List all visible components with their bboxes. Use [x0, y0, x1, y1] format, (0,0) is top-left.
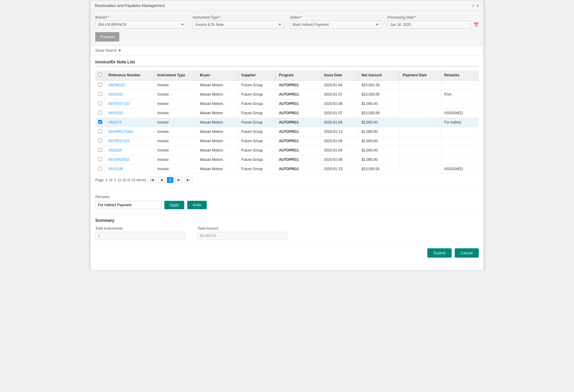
row-checkbox-cell [95, 80, 105, 90]
row-ref: AN106A [105, 146, 154, 155]
ref-link[interactable]: INVS103 [108, 111, 123, 115]
remarks-input[interactable] [95, 201, 161, 209]
branch-select[interactable]: 004-LM BRANCH [95, 21, 187, 29]
row-checkbox[interactable] [98, 129, 102, 133]
row-issue-date: 2020-01-04 [321, 80, 358, 90]
row-type: Invoice [154, 118, 197, 127]
row-buyer: Wasan Motors [197, 146, 238, 155]
row-supplier: Future Group [238, 146, 276, 155]
row-checkbox[interactable] [98, 148, 102, 152]
prev-page-button[interactable]: ◀ [158, 177, 165, 183]
pagination: Page 1 of 1 (1-10 of 10 items) |◀ ◀ 1 ▶ … [95, 174, 479, 186]
row-payment-date [400, 164, 441, 174]
table-body: ANPM102 Invoice Wasan Motors Future Grou… [95, 80, 479, 174]
table-section-title: Invoice/Dr Note List [95, 60, 479, 67]
last-page-button[interactable]: ▶| [184, 177, 192, 183]
row-ref: INVAPR270401 [105, 127, 154, 136]
row-checkbox[interactable] [98, 111, 102, 115]
cancel-button[interactable]: Cancel [455, 248, 479, 258]
table-header-row: Reference Number Instrument Type Buyer S… [95, 70, 479, 80]
table-row: INVS102 Invoice Wasan Motors Future Grou… [95, 90, 479, 99]
branch-label: Branch* [95, 15, 187, 20]
row-supplier: Future Group [238, 136, 276, 146]
summary-title: Summary [95, 218, 479, 223]
apply-button[interactable]: Apply [164, 201, 184, 209]
row-program: AUTOPRG1 [276, 99, 321, 109]
row-program: AUTOPRG1 [276, 90, 321, 99]
table-row: INVJAN2502 Invoice Wasan Motors Future G… [95, 155, 479, 164]
undo-button[interactable]: Undo [187, 201, 207, 209]
ref-link[interactable]: INVAPR270401 [108, 130, 134, 134]
select-all-checkbox[interactable] [98, 73, 102, 77]
table-row: INVAPR270401 Invoice Wasan Motors Future… [95, 127, 479, 136]
window-title: Receivables and Payables Management [95, 3, 165, 8]
proceed-button[interactable]: Proceed [95, 32, 119, 41]
ref-link[interactable]: INVS106 [108, 167, 123, 171]
table-row: INVS103 Invoice Wasan Motors Future Grou… [95, 109, 479, 118]
row-type: Invoice [154, 99, 197, 109]
row-checkbox-cell [95, 155, 105, 164]
row-checkbox[interactable] [98, 167, 102, 170]
instrument-type-select[interactable]: Invoice & Dr Note [193, 21, 284, 29]
action-select[interactable]: Mark Indirect Payment [290, 21, 381, 29]
row-net-amount: $2,000.00 [358, 146, 400, 155]
next-page-button[interactable]: ▶ [175, 177, 182, 183]
row-checkbox[interactable] [98, 139, 102, 142]
row-program: AUTOPRG1 [276, 127, 321, 136]
row-buyer: Wasan Motors [197, 127, 238, 136]
total-pages-display: 1 [114, 178, 116, 182]
ref-link[interactable]: INVS102 [108, 92, 123, 96]
row-net-amount: $1,000.00 [358, 99, 400, 109]
row-checkbox-cell [95, 90, 105, 99]
processing-date-input[interactable] [387, 21, 472, 29]
show-search-bar[interactable]: Show Search ▼ [90, 46, 484, 55]
close-icon[interactable]: ✕ [476, 4, 479, 8]
row-program: AUTOPRG1 [276, 164, 321, 174]
row-ref: INVTEST102 [105, 99, 154, 109]
table-row: ANPM102 Invoice Wasan Motors Future Grou… [95, 80, 479, 90]
ref-link[interactable]: AN106A [108, 148, 122, 152]
resize-icon[interactable]: ⤢ [472, 4, 475, 8]
row-payment-date [400, 80, 441, 90]
processing-date-group: Processing Date* 📅 [387, 15, 479, 29]
row-checkbox[interactable] [98, 157, 102, 161]
page-label: Page [95, 178, 104, 182]
row-checkbox[interactable] [98, 83, 102, 87]
col-supplier: Supplier [238, 70, 276, 80]
remarks-row: Apply Undo [95, 201, 479, 209]
first-page-button[interactable]: |◀ [148, 177, 156, 183]
row-type: Invoice [154, 146, 197, 155]
ref-link[interactable]: ANPM102 [108, 83, 125, 87]
ref-link[interactable]: AN107A [108, 120, 122, 124]
row-issue-date: 2020-01-09 [321, 136, 358, 146]
row-supplier: Future Group [238, 99, 276, 109]
current-page-display: 1 [105, 178, 108, 182]
page-1-button[interactable]: 1 [167, 177, 173, 183]
total-amount-label: Total Amount [197, 226, 288, 231]
select-all-header [95, 70, 105, 80]
instrument-type-label: Instrument Type* [193, 15, 284, 20]
row-checkbox[interactable] [98, 120, 102, 124]
summary-row: Total Instruments Total Amount [95, 226, 479, 240]
row-remarks [441, 146, 478, 155]
row-buyer: Wasan Motors [197, 90, 238, 99]
calendar-icon[interactable]: 📅 [474, 22, 479, 27]
row-checkbox[interactable] [98, 92, 102, 96]
row-ref: INVS102 [105, 90, 154, 99]
row-supplier: Future Group [238, 109, 276, 118]
row-payment-date [400, 127, 441, 136]
row-checkbox[interactable] [98, 101, 102, 105]
submit-button[interactable]: Submit [427, 248, 451, 258]
ref-link[interactable]: INVTEST101 [108, 139, 130, 143]
row-remarks [441, 155, 478, 164]
col-payment-date: Payment Date [400, 70, 441, 80]
row-checkbox-cell [95, 127, 105, 136]
row-program: AUTOPRG1 [276, 146, 321, 155]
branch-group: Branch* 004-LM BRANCH [95, 15, 187, 29]
ref-link[interactable]: INVTEST102 [108, 102, 130, 106]
row-issue-date: 2020-01-07 [321, 109, 358, 118]
action-group: Action* Mark Indirect Payment [290, 15, 381, 29]
window-controls: ⤢ ✕ [472, 4, 479, 8]
ref-link[interactable]: INVJAN2502 [108, 158, 129, 162]
row-payment-date [400, 90, 441, 99]
